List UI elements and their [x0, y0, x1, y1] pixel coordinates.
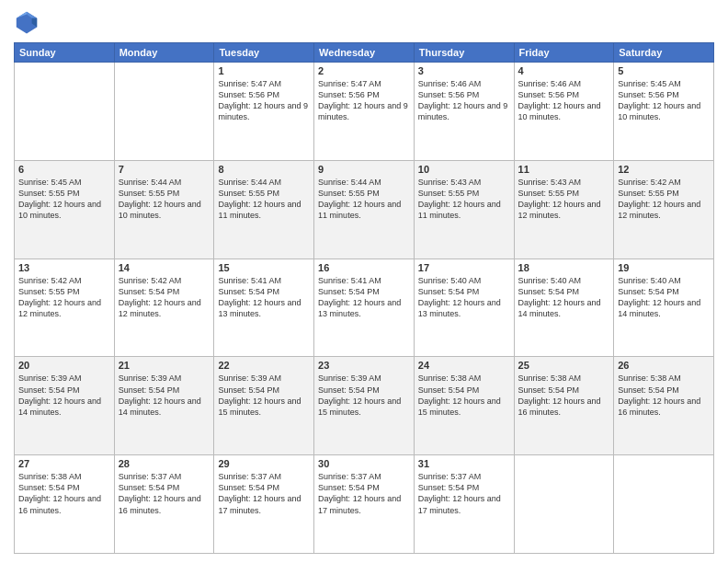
daylight-text: Daylight: 12 hours and 14 minutes.: [18, 396, 110, 418]
sunrise-text: Sunrise: 5:42 AM: [618, 177, 710, 188]
sunset-text: Sunset: 5:56 PM: [618, 89, 710, 100]
sunrise-text: Sunrise: 5:43 AM: [418, 177, 510, 188]
sunset-text: Sunset: 5:54 PM: [618, 385, 710, 396]
day-info: Sunrise: 5:42 AM Sunset: 5:54 PM Dayligh…: [119, 275, 210, 320]
daylight-text: Daylight: 12 hours and 14 minutes.: [518, 297, 610, 319]
day-info: Sunrise: 5:38 AM Sunset: 5:54 PM Dayligh…: [418, 373, 510, 418]
sunset-text: Sunset: 5:56 PM: [418, 89, 510, 100]
calendar-cell: [114, 63, 214, 161]
sunrise-text: Sunrise: 5:40 AM: [518, 275, 610, 286]
day-info: Sunrise: 5:46 AM Sunset: 5:56 PM Dayligh…: [418, 78, 510, 123]
day-number: 17: [418, 262, 510, 273]
calendar-cell: 1 Sunrise: 5:47 AM Sunset: 5:56 PM Dayli…: [214, 63, 314, 161]
daylight-text: Daylight: 12 hours and 15 minutes.: [418, 396, 510, 418]
sunrise-text: Sunrise: 5:38 AM: [518, 373, 610, 384]
day-info: Sunrise: 5:38 AM Sunset: 5:54 PM Dayligh…: [518, 373, 610, 418]
sunset-text: Sunset: 5:54 PM: [418, 385, 510, 396]
sunset-text: Sunset: 5:54 PM: [418, 482, 510, 493]
daylight-text: Daylight: 12 hours and 11 minutes.: [218, 199, 310, 221]
day-number: 11: [518, 164, 610, 175]
calendar-cell: 23 Sunrise: 5:39 AM Sunset: 5:54 PM Dayl…: [314, 357, 415, 455]
day-number: 18: [518, 262, 610, 273]
daylight-text: Daylight: 12 hours and 11 minutes.: [418, 199, 510, 221]
sunrise-text: Sunrise: 5:38 AM: [18, 471, 110, 482]
calendar-cell: 19 Sunrise: 5:40 AM Sunset: 5:54 PM Dayl…: [614, 259, 714, 357]
sunset-text: Sunset: 5:54 PM: [119, 286, 210, 297]
day-info: Sunrise: 5:45 AM Sunset: 5:56 PM Dayligh…: [618, 78, 710, 123]
daylight-text: Daylight: 12 hours and 14 minutes.: [119, 396, 210, 418]
sunrise-text: Sunrise: 5:43 AM: [518, 177, 610, 188]
day-number: 23: [318, 360, 410, 371]
day-number: 4: [518, 65, 610, 76]
day-number: 8: [218, 164, 310, 175]
daylight-text: Daylight: 12 hours and 16 minutes.: [618, 396, 710, 418]
calendar-cell: 20 Sunrise: 5:39 AM Sunset: 5:54 PM Dayl…: [15, 357, 115, 455]
sunrise-text: Sunrise: 5:46 AM: [518, 78, 610, 89]
col-wednesday: Wednesday: [314, 43, 415, 63]
col-sunday: Sunday: [15, 43, 115, 63]
calendar-cell: 14 Sunrise: 5:42 AM Sunset: 5:54 PM Dayl…: [114, 259, 214, 357]
day-info: Sunrise: 5:44 AM Sunset: 5:55 PM Dayligh…: [119, 177, 210, 222]
daylight-text: Daylight: 12 hours and 13 minutes.: [318, 297, 410, 319]
calendar-week-row: 13 Sunrise: 5:42 AM Sunset: 5:55 PM Dayl…: [15, 259, 714, 357]
calendar-cell: 11 Sunrise: 5:43 AM Sunset: 5:55 PM Dayl…: [514, 160, 614, 259]
sunset-text: Sunset: 5:55 PM: [418, 188, 510, 199]
sunrise-text: Sunrise: 5:42 AM: [18, 275, 110, 286]
sunset-text: Sunset: 5:54 PM: [318, 385, 410, 396]
day-info: Sunrise: 5:47 AM Sunset: 5:56 PM Dayligh…: [218, 78, 310, 123]
day-number: 9: [318, 164, 410, 175]
sunrise-text: Sunrise: 5:38 AM: [618, 373, 710, 384]
calendar-cell: 26 Sunrise: 5:38 AM Sunset: 5:54 PM Dayl…: [614, 357, 714, 455]
page: Sunday Monday Tuesday Wednesday Thursday…: [0, 0, 728, 563]
sunrise-text: Sunrise: 5:46 AM: [418, 78, 510, 89]
day-info: Sunrise: 5:44 AM Sunset: 5:55 PM Dayligh…: [218, 177, 310, 222]
day-number: 14: [119, 262, 210, 273]
day-info: Sunrise: 5:40 AM Sunset: 5:54 PM Dayligh…: [418, 275, 510, 320]
calendar-week-row: 20 Sunrise: 5:39 AM Sunset: 5:54 PM Dayl…: [15, 357, 714, 455]
sunset-text: Sunset: 5:55 PM: [18, 188, 110, 199]
sunset-text: Sunset: 5:54 PM: [218, 482, 310, 493]
daylight-text: Daylight: 12 hours and 9 minutes.: [418, 100, 510, 122]
calendar-cell: 3 Sunrise: 5:46 AM Sunset: 5:56 PM Dayli…: [414, 63, 514, 161]
sunrise-text: Sunrise: 5:44 AM: [218, 177, 310, 188]
calendar-header-row: Sunday Monday Tuesday Wednesday Thursday…: [15, 43, 714, 63]
calendar-cell: 17 Sunrise: 5:40 AM Sunset: 5:54 PM Dayl…: [414, 259, 514, 357]
daylight-text: Daylight: 12 hours and 15 minutes.: [218, 396, 310, 418]
day-number: 7: [119, 164, 210, 175]
calendar-cell: 10 Sunrise: 5:43 AM Sunset: 5:55 PM Dayl…: [414, 160, 514, 259]
sunrise-text: Sunrise: 5:44 AM: [119, 177, 210, 188]
day-number: 25: [518, 360, 610, 371]
sunset-text: Sunset: 5:54 PM: [618, 286, 710, 297]
day-info: Sunrise: 5:43 AM Sunset: 5:55 PM Dayligh…: [418, 177, 510, 222]
daylight-text: Daylight: 12 hours and 13 minutes.: [218, 297, 310, 319]
sunset-text: Sunset: 5:55 PM: [119, 188, 210, 199]
sunrise-text: Sunrise: 5:39 AM: [318, 373, 410, 384]
calendar-cell: 4 Sunrise: 5:46 AM Sunset: 5:56 PM Dayli…: [514, 63, 614, 161]
daylight-text: Daylight: 12 hours and 16 minutes.: [119, 493, 210, 515]
calendar-cell: 28 Sunrise: 5:37 AM Sunset: 5:54 PM Dayl…: [114, 455, 214, 554]
day-number: 22: [218, 360, 310, 371]
sunrise-text: Sunrise: 5:39 AM: [119, 373, 210, 384]
sunset-text: Sunset: 5:55 PM: [18, 286, 110, 297]
day-number: 5: [618, 65, 710, 76]
day-info: Sunrise: 5:41 AM Sunset: 5:54 PM Dayligh…: [318, 275, 410, 320]
sunset-text: Sunset: 5:54 PM: [318, 286, 410, 297]
daylight-text: Daylight: 12 hours and 13 minutes.: [418, 297, 510, 319]
sunset-text: Sunset: 5:54 PM: [518, 286, 610, 297]
sunset-text: Sunset: 5:56 PM: [218, 89, 310, 100]
daylight-text: Daylight: 12 hours and 17 minutes.: [318, 493, 410, 515]
sunset-text: Sunset: 5:54 PM: [518, 385, 610, 396]
day-number: 2: [318, 65, 410, 76]
day-number: 30: [318, 458, 410, 469]
col-friday: Friday: [514, 43, 614, 63]
daylight-text: Daylight: 12 hours and 11 minutes.: [318, 199, 410, 221]
daylight-text: Daylight: 12 hours and 10 minutes.: [119, 199, 210, 221]
daylight-text: Daylight: 12 hours and 10 minutes.: [18, 199, 110, 221]
sunrise-text: Sunrise: 5:39 AM: [18, 373, 110, 384]
day-number: 10: [418, 164, 510, 175]
calendar-cell: 25 Sunrise: 5:38 AM Sunset: 5:54 PM Dayl…: [514, 357, 614, 455]
sunrise-text: Sunrise: 5:47 AM: [318, 78, 410, 89]
day-number: 29: [218, 458, 310, 469]
daylight-text: Daylight: 12 hours and 9 minutes.: [218, 100, 310, 122]
day-number: 6: [18, 164, 110, 175]
